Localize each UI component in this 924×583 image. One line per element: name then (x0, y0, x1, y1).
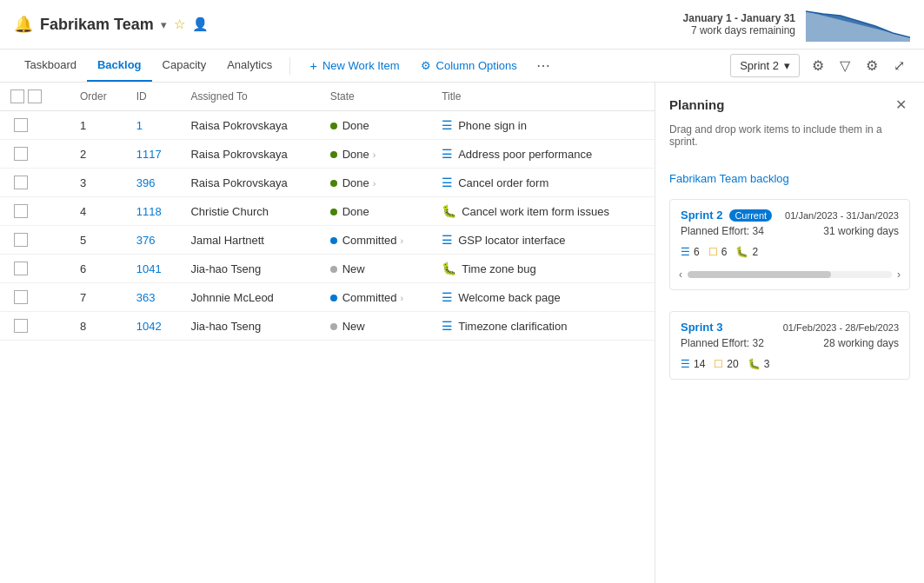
table-row: 7363Johnnie McLeodCommitted›☰Welcome bac… (0, 283, 655, 312)
tab-capacity[interactable]: Capacity (152, 50, 217, 82)
scroll-right-arrow[interactable]: › (895, 267, 902, 282)
sprint-name[interactable]: Sprint 2 (681, 209, 722, 222)
cell-id: 1118 (126, 197, 181, 226)
tab-analytics[interactable]: Analytics (216, 50, 283, 82)
cell-title: ☰Welcome back page (431, 283, 655, 312)
settings-icon[interactable]: ⚙ (861, 54, 883, 77)
cell-title: ☰Cancel order form (431, 169, 655, 197)
state-label: New (342, 320, 365, 333)
state-label: Done (342, 176, 369, 189)
story-icon: ☰ (442, 233, 453, 247)
task-stat-count: 20 (727, 358, 738, 370)
story-icon: ☰ (442, 118, 453, 132)
team-members-icon[interactable]: 👤 (192, 17, 209, 32)
cell-assigned: Johnnie McLeod (180, 283, 319, 312)
cell-order: 1 (70, 111, 126, 140)
work-item-id-link[interactable]: 396 (136, 176, 156, 189)
state-dot-icon (330, 295, 337, 301)
filter-icon[interactable]: ▽ (834, 54, 855, 77)
planning-close-button[interactable]: ✕ (892, 93, 910, 116)
state-label: Committed (342, 291, 397, 304)
tab-backlog[interactable]: Backlog (87, 50, 152, 82)
title-text: Time zone bug (462, 262, 536, 275)
bug-icon: 🐛 (442, 262, 456, 275)
state-chevron-icon: › (401, 235, 404, 246)
work-item-id-link[interactable]: 1 (136, 119, 143, 132)
cell-order: 4 (70, 197, 126, 226)
nav-divider (289, 57, 290, 75)
table-row: 11Raisa PokrovskayaDone☰Phone sign in (0, 111, 655, 140)
sprint-card-row1: Sprint 3 01/Feb/2023 - 28/Feb/2023 (681, 321, 899, 334)
favorite-icon[interactable]: ☆ (174, 17, 185, 32)
new-work-item-button[interactable]: + New Work Item (301, 54, 408, 77)
sprint-dropdown[interactable]: Sprint 2 ▾ (730, 54, 800, 77)
toolbar-icons: ⚙ ▽ ⚙ ⤢ (807, 54, 910, 77)
stat-bug: 🐛 3 (748, 358, 770, 370)
date-range: January 1 - January 31 (683, 12, 795, 24)
stat-task: ☐ 20 (714, 358, 738, 370)
new-work-item-label: New Work Item (322, 59, 400, 72)
cell-assigned: Jamal Hartnett (180, 226, 319, 255)
state-chevron-icon: › (401, 293, 404, 303)
sprint-date-info: January 1 - January 31 7 work days remai… (683, 12, 795, 36)
row-checkbox[interactable] (14, 176, 28, 189)
task-stat-count: 6 (721, 246, 728, 258)
row-checkbox[interactable] (14, 262, 28, 275)
filter-settings-icon[interactable]: ⚙ (807, 54, 829, 77)
work-item-id-link[interactable]: 1041 (136, 262, 162, 275)
sprint-name[interactable]: Sprint 3 (681, 321, 722, 334)
cell-assigned: Jia-hao Tseng (180, 312, 319, 341)
more-options-button[interactable]: ⋯ (529, 54, 557, 77)
title-text: Phone sign in (458, 119, 527, 132)
expand-icon[interactable]: ⤢ (888, 54, 910, 77)
fabrikam-backlog-link[interactable]: Fabrikam Team backlog (655, 165, 924, 192)
state-dot-icon (330, 151, 337, 158)
sprint-card-header: Sprint 3 01/Feb/2023 - 28/Feb/2023 Plann… (670, 312, 909, 353)
select-all-checkbox[interactable] (10, 89, 24, 103)
sprint-card-sprint-2: Sprint 2 Current 01/Jan/2023 - 31/Jan/20… (669, 199, 910, 290)
row-checkbox[interactable] (14, 147, 28, 161)
work-item-id-link[interactable]: 1117 (136, 148, 162, 161)
work-item-id-link[interactable]: 1118 (136, 205, 162, 218)
th-id: ID (126, 83, 181, 111)
team-name: Fabrikam Team (40, 16, 154, 34)
row-checkbox[interactable] (14, 233, 28, 247)
bug-stat-icon: 🐛 (748, 358, 761, 370)
cell-id: 1117 (126, 140, 181, 169)
story-stat-count: 6 (694, 246, 700, 258)
scroll-left-arrow[interactable]: ‹ (677, 267, 684, 282)
cell-title: ☰Timezone clarification (431, 312, 655, 341)
th-assigned: Assigned To (180, 83, 319, 111)
planning-header: Planning ✕ (655, 83, 924, 120)
backlog-area: Order ID Assigned To State Title 11Raisa… (0, 83, 655, 583)
table-row: 21117Raisa PokrovskayaDone›☰Address poor… (0, 140, 655, 169)
story-stat-count: 14 (694, 358, 705, 370)
work-item-id-link[interactable]: 363 (136, 291, 156, 304)
th-state: State (320, 83, 432, 111)
column-options-label: Column Options (436, 59, 517, 72)
column-options-button[interactable]: ⚙ Column Options (412, 55, 526, 76)
row-checkbox[interactable] (14, 118, 28, 132)
task-stat-icon: ☐ (714, 358, 723, 370)
tab-taskboard[interactable]: Taskboard (14, 50, 87, 82)
work-item-id-link[interactable]: 1042 (136, 320, 162, 333)
header-left: 🔔 Fabrikam Team ▾ ☆ 👤 (14, 15, 209, 34)
svg-marker-0 (806, 11, 910, 42)
row-checkbox[interactable] (14, 290, 28, 304)
cell-state: Done (320, 111, 432, 140)
work-days-remaining: 7 work days remaining (683, 24, 795, 36)
state-dot-icon (330, 237, 337, 244)
stat-story: ☰ 6 (681, 246, 700, 258)
expand-all-checkbox[interactable] (28, 89, 42, 103)
work-item-id-link[interactable]: 376 (136, 234, 156, 247)
row-checkbox[interactable] (14, 204, 28, 218)
sprint-scrollbar (688, 271, 892, 278)
sprint-dropdown-label: Sprint 2 (740, 59, 779, 72)
team-chevron-icon[interactable]: ▾ (161, 18, 167, 31)
row-checkbox[interactable] (14, 319, 28, 333)
title-text: GSP locator interface (458, 234, 565, 247)
state-label: Committed (342, 234, 397, 247)
cell-title: ☰Phone sign in (431, 111, 655, 140)
columns-icon: ⚙ (421, 59, 431, 72)
cell-assigned: Raisa Pokrovskaya (180, 111, 319, 140)
